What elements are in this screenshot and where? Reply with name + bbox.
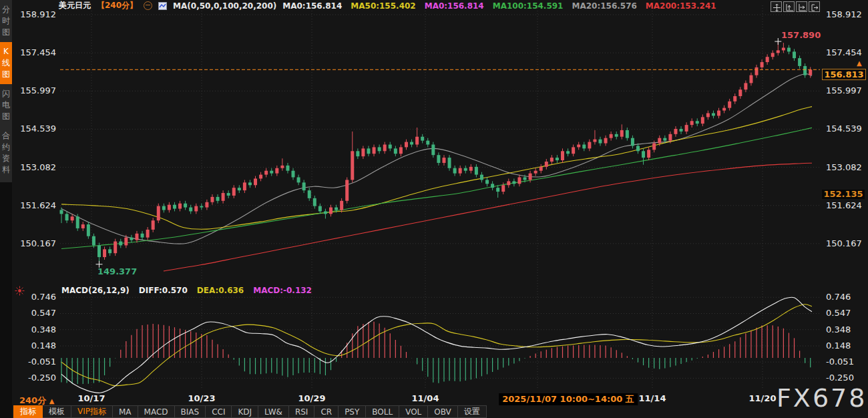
sidebar-tab-合约资料[interactable]: 合约资料	[0, 126, 12, 180]
toolbar-tab-设置[interactable]: 设置	[458, 405, 487, 418]
candle-body	[222, 193, 225, 201]
macd-axis-label-right: 0.547	[826, 308, 851, 318]
candle-body	[453, 168, 457, 174]
toolbar-tab-MACD[interactable]: MACD	[138, 405, 175, 418]
candle-body	[405, 142, 408, 148]
candle-body	[668, 134, 672, 141]
candle-body	[394, 148, 397, 154]
macd-axis-label-left: -0.250	[17, 373, 56, 383]
candle-body	[373, 147, 376, 154]
candle-body	[539, 167, 543, 171]
toolbar-tab-KDJ[interactable]: KDJ	[232, 405, 258, 418]
candle-body	[81, 224, 85, 228]
mini-chart-icon[interactable]	[158, 2, 167, 10]
candle-body	[485, 180, 489, 184]
candle-body	[642, 151, 645, 158]
candle-body	[647, 150, 650, 158]
toolbar-tab-CR[interactable]: CR	[314, 405, 339, 418]
low-annotation: 149.377	[97, 266, 137, 276]
candle-body	[793, 51, 796, 58]
ma-legend-value: MA20:156.576	[572, 1, 636, 11]
price-axis-label-left: 155.997	[17, 85, 56, 95]
candle-body	[141, 234, 144, 238]
candle-body	[517, 178, 521, 184]
toolbar-tab-指标[interactable]: 指标	[13, 405, 43, 418]
sidebar-tab-闪电图[interactable]: 闪电图	[0, 84, 12, 126]
toolbar-tab-PSY[interactable]: PSY	[339, 405, 366, 418]
toolbar-tab-RSI[interactable]: RSI	[289, 405, 315, 418]
toolbar-tab-OBV[interactable]: OBV	[428, 405, 458, 418]
candle-body	[534, 171, 537, 174]
toolbar-tab-LW&[interactable]: LW&	[258, 405, 289, 418]
candle-body	[324, 211, 327, 214]
macd-dea-value: DEA:0.636	[197, 286, 244, 295]
macd-axis-label-right: 0.148	[826, 341, 851, 351]
price-axis-label-right: 157.454	[826, 47, 862, 57]
candle-body	[340, 201, 343, 210]
candle-body	[469, 167, 473, 171]
candle-body	[178, 204, 182, 209]
candle-body	[318, 206, 322, 212]
macd-title: MACD(26,12,9)	[61, 286, 130, 295]
price-axis-label-left: 150.167	[17, 238, 56, 248]
ma-legend-value: MA50:155.402	[351, 1, 415, 11]
indicator-sun-icon[interactable]	[15, 286, 25, 296]
candle-body	[114, 242, 117, 254]
toolbar-tab-VIP指标[interactable]: VIP指标	[71, 405, 113, 418]
sidebar-tab-K线图[interactable]: K线图	[0, 42, 12, 84]
candle-body	[577, 145, 580, 148]
candle-body	[464, 168, 467, 171]
move-icon[interactable]	[771, 1, 782, 12]
candle-body	[803, 66, 807, 75]
candle-body	[593, 140, 596, 142]
toolbar-tab-模板[interactable]: 模板	[43, 405, 71, 418]
scale-horizontal-icon[interactable]	[796, 1, 807, 12]
candle-body	[501, 185, 505, 192]
price-axis-label-right: 158.912	[826, 9, 862, 19]
candle-body	[410, 142, 413, 145]
x-axis-date-label: 10/17	[78, 393, 105, 403]
ma-line-MA50	[61, 107, 812, 230]
scale-vertical-icon[interactable]	[783, 1, 795, 12]
candle-body	[561, 151, 564, 160]
candle-body	[809, 69, 812, 75]
candle-body	[275, 168, 278, 174]
candle-body	[777, 50, 780, 53]
current-price-arrow-icon: ▲	[857, 59, 862, 67]
toolbar-tab-BOLL[interactable]: BOLL	[366, 405, 399, 418]
candle-body	[610, 134, 613, 138]
candle-body	[496, 188, 499, 192]
candle-body	[523, 178, 527, 180]
candle-body	[696, 121, 699, 124]
price-axis-label-left: 151.624	[17, 200, 56, 210]
watermark-logo: FX678	[777, 383, 867, 413]
candle-body	[680, 129, 683, 132]
candle-body	[292, 171, 295, 178]
candle-body	[507, 181, 510, 185]
x-axis-date-label: 11/04	[412, 393, 439, 403]
ma-legend-value: MA200:153.241	[646, 1, 716, 11]
collapse-circle-icon[interactable]	[144, 1, 152, 10]
candle-body	[71, 216, 74, 220]
toolbar-tab-VOL[interactable]: VOL	[399, 405, 428, 418]
candle-body	[556, 158, 559, 160]
x-axis-highlighted-date: 2025/11/07 10:00~14:00 五	[499, 393, 638, 405]
toolbar-tab-BIAS[interactable]: BIAS	[175, 405, 206, 418]
candlestick-chart-canvas[interactable]	[0, 0, 868, 418]
candle-body	[421, 137, 424, 141]
candle-body	[631, 138, 634, 146]
candle-body	[663, 138, 666, 141]
toolbar-tab-CCI[interactable]: CCI	[206, 405, 232, 418]
candle-body	[787, 47, 791, 51]
candle-body	[205, 202, 208, 208]
price-axis-label-right: 151.624	[826, 200, 862, 210]
chart-type-tabs: 分时图K线图闪电图合约资料	[0, 0, 12, 182]
candle-body	[189, 208, 192, 212]
candle-body	[636, 146, 640, 151]
pan-right-icon[interactable]	[809, 1, 820, 12]
sidebar-tab-分时图[interactable]: 分时图	[0, 0, 12, 42]
symbol-name: 美元日元	[59, 0, 91, 11]
price-axis-label-left: 158.912	[17, 9, 56, 19]
toolbar-tab-MA[interactable]: MA	[113, 405, 138, 418]
x-axis-date-label: 10/23	[188, 393, 216, 403]
